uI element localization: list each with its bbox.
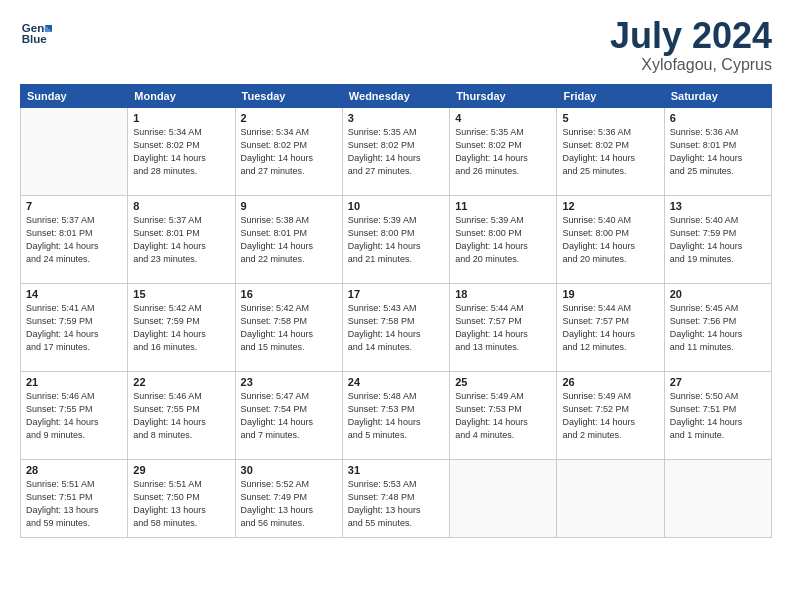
table-row: 21Sunrise: 5:46 AMSunset: 7:55 PMDayligh… xyxy=(21,371,128,459)
day-number: 20 xyxy=(670,288,766,300)
day-info: Sunrise: 5:51 AMSunset: 7:50 PMDaylight:… xyxy=(133,478,229,530)
weekday-header-row: Sunday Monday Tuesday Wednesday Thursday… xyxy=(21,84,772,107)
day-info: Sunrise: 5:36 AMSunset: 8:02 PMDaylight:… xyxy=(562,126,658,178)
table-row: 2Sunrise: 5:34 AMSunset: 8:02 PMDaylight… xyxy=(235,107,342,195)
day-info: Sunrise: 5:37 AMSunset: 8:01 PMDaylight:… xyxy=(26,214,122,266)
table-row: 26Sunrise: 5:49 AMSunset: 7:52 PMDayligh… xyxy=(557,371,664,459)
day-number: 5 xyxy=(562,112,658,124)
day-number: 17 xyxy=(348,288,444,300)
day-number: 31 xyxy=(348,464,444,476)
table-row: 4Sunrise: 5:35 AMSunset: 8:02 PMDaylight… xyxy=(450,107,557,195)
day-number: 24 xyxy=(348,376,444,388)
table-row xyxy=(664,459,771,537)
table-row: 25Sunrise: 5:49 AMSunset: 7:53 PMDayligh… xyxy=(450,371,557,459)
day-info: Sunrise: 5:49 AMSunset: 7:53 PMDaylight:… xyxy=(455,390,551,442)
day-number: 16 xyxy=(241,288,337,300)
header-monday: Monday xyxy=(128,84,235,107)
table-row: 23Sunrise: 5:47 AMSunset: 7:54 PMDayligh… xyxy=(235,371,342,459)
table-row: 13Sunrise: 5:40 AMSunset: 7:59 PMDayligh… xyxy=(664,195,771,283)
day-number: 22 xyxy=(133,376,229,388)
calendar-table: Sunday Monday Tuesday Wednesday Thursday… xyxy=(20,84,772,538)
day-number: 11 xyxy=(455,200,551,212)
day-number: 21 xyxy=(26,376,122,388)
day-number: 9 xyxy=(241,200,337,212)
table-row: 7Sunrise: 5:37 AMSunset: 8:01 PMDaylight… xyxy=(21,195,128,283)
day-info: Sunrise: 5:35 AMSunset: 8:02 PMDaylight:… xyxy=(455,126,551,178)
day-number: 12 xyxy=(562,200,658,212)
day-number: 25 xyxy=(455,376,551,388)
day-number: 27 xyxy=(670,376,766,388)
day-info: Sunrise: 5:38 AMSunset: 8:01 PMDaylight:… xyxy=(241,214,337,266)
calendar-title: July 2024 xyxy=(610,16,772,56)
day-number: 30 xyxy=(241,464,337,476)
header-friday: Friday xyxy=(557,84,664,107)
table-row: 15Sunrise: 5:42 AMSunset: 7:59 PMDayligh… xyxy=(128,283,235,371)
day-info: Sunrise: 5:53 AMSunset: 7:48 PMDaylight:… xyxy=(348,478,444,530)
day-number: 13 xyxy=(670,200,766,212)
day-info: Sunrise: 5:41 AMSunset: 7:59 PMDaylight:… xyxy=(26,302,122,354)
day-number: 15 xyxy=(133,288,229,300)
day-number: 7 xyxy=(26,200,122,212)
table-row: 28Sunrise: 5:51 AMSunset: 7:51 PMDayligh… xyxy=(21,459,128,537)
table-row: 8Sunrise: 5:37 AMSunset: 8:01 PMDaylight… xyxy=(128,195,235,283)
day-info: Sunrise: 5:39 AMSunset: 8:00 PMDaylight:… xyxy=(455,214,551,266)
header-tuesday: Tuesday xyxy=(235,84,342,107)
table-row: 6Sunrise: 5:36 AMSunset: 8:01 PMDaylight… xyxy=(664,107,771,195)
logo-icon: General Blue xyxy=(20,16,52,48)
table-row: 16Sunrise: 5:42 AMSunset: 7:58 PMDayligh… xyxy=(235,283,342,371)
table-row: 20Sunrise: 5:45 AMSunset: 7:56 PMDayligh… xyxy=(664,283,771,371)
day-info: Sunrise: 5:50 AMSunset: 7:51 PMDaylight:… xyxy=(670,390,766,442)
day-info: Sunrise: 5:42 AMSunset: 7:59 PMDaylight:… xyxy=(133,302,229,354)
day-number: 1 xyxy=(133,112,229,124)
day-number: 14 xyxy=(26,288,122,300)
day-number: 4 xyxy=(455,112,551,124)
svg-text:Blue: Blue xyxy=(22,33,48,45)
day-number: 29 xyxy=(133,464,229,476)
table-row: 31Sunrise: 5:53 AMSunset: 7:48 PMDayligh… xyxy=(342,459,449,537)
day-info: Sunrise: 5:43 AMSunset: 7:58 PMDaylight:… xyxy=(348,302,444,354)
day-info: Sunrise: 5:45 AMSunset: 7:56 PMDaylight:… xyxy=(670,302,766,354)
table-row: 18Sunrise: 5:44 AMSunset: 7:57 PMDayligh… xyxy=(450,283,557,371)
table-row: 14Sunrise: 5:41 AMSunset: 7:59 PMDayligh… xyxy=(21,283,128,371)
day-info: Sunrise: 5:34 AMSunset: 8:02 PMDaylight:… xyxy=(133,126,229,178)
table-row: 5Sunrise: 5:36 AMSunset: 8:02 PMDaylight… xyxy=(557,107,664,195)
table-row: 1Sunrise: 5:34 AMSunset: 8:02 PMDaylight… xyxy=(128,107,235,195)
day-info: Sunrise: 5:40 AMSunset: 7:59 PMDaylight:… xyxy=(670,214,766,266)
day-info: Sunrise: 5:34 AMSunset: 8:02 PMDaylight:… xyxy=(241,126,337,178)
table-row: 22Sunrise: 5:46 AMSunset: 7:55 PMDayligh… xyxy=(128,371,235,459)
table-row: 12Sunrise: 5:40 AMSunset: 8:00 PMDayligh… xyxy=(557,195,664,283)
day-info: Sunrise: 5:44 AMSunset: 7:57 PMDaylight:… xyxy=(455,302,551,354)
day-number: 26 xyxy=(562,376,658,388)
day-info: Sunrise: 5:47 AMSunset: 7:54 PMDaylight:… xyxy=(241,390,337,442)
day-info: Sunrise: 5:40 AMSunset: 8:00 PMDaylight:… xyxy=(562,214,658,266)
day-info: Sunrise: 5:42 AMSunset: 7:58 PMDaylight:… xyxy=(241,302,337,354)
day-info: Sunrise: 5:37 AMSunset: 8:01 PMDaylight:… xyxy=(133,214,229,266)
day-info: Sunrise: 5:36 AMSunset: 8:01 PMDaylight:… xyxy=(670,126,766,178)
page: General Blue General Blue July 2024 Xylo… xyxy=(0,0,792,612)
day-number: 3 xyxy=(348,112,444,124)
day-info: Sunrise: 5:51 AMSunset: 7:51 PMDaylight:… xyxy=(26,478,122,530)
table-row: 3Sunrise: 5:35 AMSunset: 8:02 PMDaylight… xyxy=(342,107,449,195)
table-row: 19Sunrise: 5:44 AMSunset: 7:57 PMDayligh… xyxy=(557,283,664,371)
table-row xyxy=(557,459,664,537)
day-info: Sunrise: 5:46 AMSunset: 7:55 PMDaylight:… xyxy=(26,390,122,442)
table-row: 9Sunrise: 5:38 AMSunset: 8:01 PMDaylight… xyxy=(235,195,342,283)
day-number: 23 xyxy=(241,376,337,388)
day-number: 8 xyxy=(133,200,229,212)
table-row xyxy=(21,107,128,195)
calendar-subtitle: Xylofagou, Cyprus xyxy=(610,56,772,74)
title-block: July 2024 Xylofagou, Cyprus xyxy=(610,16,772,74)
day-info: Sunrise: 5:35 AMSunset: 8:02 PMDaylight:… xyxy=(348,126,444,178)
header-thursday: Thursday xyxy=(450,84,557,107)
day-number: 10 xyxy=(348,200,444,212)
table-row: 24Sunrise: 5:48 AMSunset: 7:53 PMDayligh… xyxy=(342,371,449,459)
table-row: 29Sunrise: 5:51 AMSunset: 7:50 PMDayligh… xyxy=(128,459,235,537)
day-number: 2 xyxy=(241,112,337,124)
table-row xyxy=(450,459,557,537)
day-info: Sunrise: 5:48 AMSunset: 7:53 PMDaylight:… xyxy=(348,390,444,442)
table-row: 11Sunrise: 5:39 AMSunset: 8:00 PMDayligh… xyxy=(450,195,557,283)
header: General Blue General Blue July 2024 Xylo… xyxy=(20,16,772,74)
table-row: 10Sunrise: 5:39 AMSunset: 8:00 PMDayligh… xyxy=(342,195,449,283)
day-number: 19 xyxy=(562,288,658,300)
day-info: Sunrise: 5:39 AMSunset: 8:00 PMDaylight:… xyxy=(348,214,444,266)
